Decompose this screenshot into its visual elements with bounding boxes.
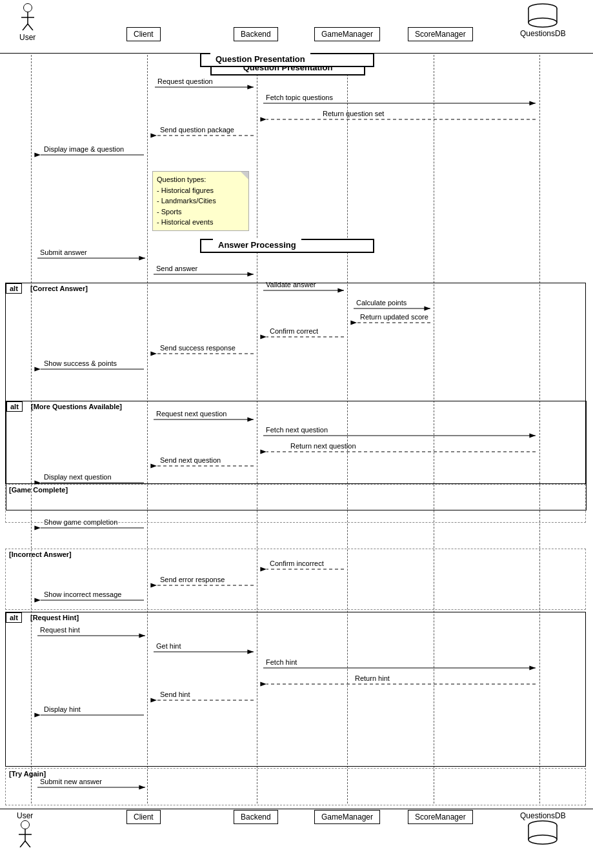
frame-incorrect-answer: [Incorrect Answer] — [5, 549, 586, 610]
actor-scoremanager-top: ScoreManager — [408, 27, 473, 41]
actor-user-label: User — [19, 33, 35, 42]
actor-questionsdb-bottom: QuestionsDB — [520, 810, 566, 845]
frame-incorrect-label: [Incorrect Answer] — [9, 550, 72, 558]
actor-backend-top: Backend — [234, 27, 278, 41]
actor-gamemanager-top: GameManager — [314, 27, 380, 41]
frame-game-complete-label: [Game Complete] — [9, 486, 68, 494]
frame-alt-label: alt — [6, 283, 22, 294]
svg-line-2 — [23, 24, 28, 30]
svg-text:Send question package: Send question package — [160, 126, 234, 134]
actor-gamemanager-bottom: GameManager — [314, 810, 380, 824]
client-box-bottom: Client — [126, 810, 161, 824]
frame-correct-condition: [Correct Answer] — [30, 285, 88, 292]
svg-point-8 — [528, 18, 557, 27]
user-body-icon-bottom — [17, 829, 33, 847]
questionsdb-label-bottom: QuestionsDB — [520, 811, 566, 820]
actor-separator-bottom — [0, 809, 593, 809]
frame-try-again: [Try Again] — [5, 768, 586, 805]
scoremanager-box-top: ScoreManager — [408, 27, 473, 41]
svg-text:Submit answer: Submit answer — [40, 248, 87, 256]
svg-text:Send answer: Send answer — [156, 265, 198, 272]
actor-client-top: Client — [126, 27, 161, 41]
actor-questionsdb-top: QuestionsDB — [520, 3, 566, 38]
backend-box-bottom: Backend — [234, 810, 278, 824]
svg-text:Display image & question: Display image & question — [44, 145, 124, 153]
section-ap-label: Answer Processing — [213, 239, 301, 251]
frame-alt-more-label: alt — [6, 401, 23, 412]
svg-line-72 — [25, 841, 30, 847]
questionsdb-icon-bottom — [526, 820, 559, 845]
user-head-icon-bottom — [21, 820, 30, 829]
scoremanager-box-bottom: ScoreManager — [408, 810, 473, 824]
note-question-types: Question types:- Historical figures- Lan… — [152, 171, 249, 231]
frame-alt-hint: alt [Request Hint] — [5, 612, 586, 767]
user-body-icon — [20, 12, 35, 30]
svg-text:Fetch topic questions: Fetch topic questions — [266, 94, 333, 101]
frame-try-again-label: [Try Again] — [9, 770, 46, 778]
note-content: Question types:- Historical figures- Lan… — [157, 174, 245, 228]
svg-line-71 — [20, 841, 25, 847]
actor-user-bottom-label: User — [17, 811, 33, 820]
svg-text:Request question: Request question — [157, 77, 213, 85]
questionsdb-label-top: QuestionsDB — [520, 29, 566, 38]
section-qp-label: Question Presentation — [210, 53, 310, 65]
user-head-icon — [23, 3, 32, 12]
client-box-top: Client — [126, 27, 161, 41]
sequence-diagram: User Client Backend GameManager ScoreMan… — [0, 0, 593, 868]
gamemanager-box-top: GameManager — [314, 27, 380, 41]
svg-text:Return question set: Return question set — [323, 110, 384, 117]
questionsdb-icon-top — [526, 3, 559, 28]
actor-client-bottom: Client — [126, 810, 161, 824]
frame-alt-correct-answer: alt [Correct Answer] alt [More Questions… — [5, 283, 586, 484]
svg-point-77 — [528, 835, 557, 844]
actor-scoremanager-bottom: ScoreManager — [408, 810, 473, 824]
actor-backend-bottom: Backend — [234, 810, 278, 824]
svg-line-3 — [28, 24, 33, 30]
actor-user-bottom: User — [17, 810, 33, 849]
frame-hint-condition: [Request Hint] — [30, 614, 79, 621]
frame-game-complete: [Game Complete] — [5, 484, 586, 523]
frame-more-condition: [More Questions Available] — [31, 403, 122, 410]
frame-alt-hint-label: alt — [6, 612, 22, 623]
gamemanager-box-bottom: GameManager — [314, 810, 380, 824]
backend-box-top: Backend — [234, 27, 278, 41]
actor-user-top: User — [19, 3, 35, 42]
